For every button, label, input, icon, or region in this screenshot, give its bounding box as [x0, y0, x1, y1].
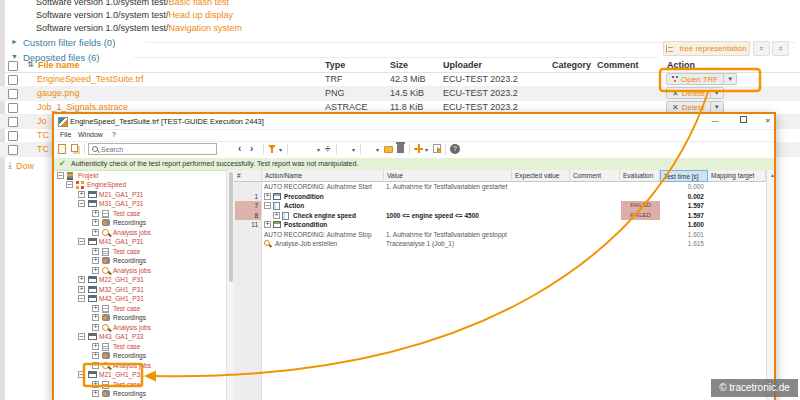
- select-all-checkbox[interactable]: [8, 61, 18, 71]
- tree-expander-icon[interactable]: +: [92, 257, 99, 264]
- file-link[interactable]: Job_1_Signals.astrace: [37, 102, 128, 112]
- tree-item-m43-ga1-p33[interactable]: –M43_GA1_P33: [54, 332, 224, 342]
- row-checkbox[interactable]: [8, 117, 18, 127]
- tree-scrollbar-thumb[interactable]: [229, 172, 233, 282]
- file-link[interactable]: Jo: [37, 116, 47, 126]
- report-row[interactable]: Analyse-Job erstellenTraceanalyse 1 (Job…: [234, 239, 766, 249]
- move-icon[interactable]: [414, 144, 423, 153]
- file-row[interactable]: gauge.pngPNG14.5 KiBECU-TEST 2023.2✕Dele…: [0, 86, 800, 101]
- tree-item-recordings[interactable]: +Recordings: [54, 256, 224, 266]
- report-row[interactable]: AUTO RECORDING: Aufnahme Start1. Aufnahm…: [234, 182, 766, 192]
- dropdown-caret-icon[interactable]: ▾: [317, 146, 320, 153]
- tree-expander-icon[interactable]: +: [92, 229, 99, 236]
- tree-item-m31-ga1-p31[interactable]: –M31_GA1_P31: [54, 199, 224, 209]
- row-checkbox[interactable]: [8, 103, 18, 113]
- copy-icon[interactable]: [71, 144, 78, 152]
- tree-expander-icon[interactable]: +: [92, 324, 99, 331]
- tree-expander-icon[interactable]: +: [92, 305, 99, 312]
- open-trf-button[interactable]: Open TRF: [666, 73, 724, 85]
- tree-item-test-case[interactable]: +Test case: [54, 342, 224, 352]
- row-checkbox[interactable]: [8, 131, 18, 141]
- row-expander-icon[interactable]: +: [264, 221, 271, 228]
- tree-item-m32-gh1-p31[interactable]: +M32_GH1_P31: [54, 285, 224, 295]
- dropdown-caret-icon[interactable]: ▾: [279, 146, 282, 153]
- tree-expander-icon[interactable]: +: [92, 314, 99, 321]
- test-case-link[interactable]: Head up display: [169, 10, 234, 20]
- folder-icon[interactable]: [384, 146, 393, 153]
- tree-expander-icon[interactable]: –: [57, 172, 64, 179]
- tree-item-m42-gh1-p31[interactable]: –M42_GH1_P31: [54, 294, 224, 304]
- file-link[interactable]: TC: [37, 144, 49, 154]
- tree-item-m21-gh1-p31[interactable]: –M21_GH1_P31: [54, 370, 224, 380]
- tree-expander-icon[interactable]: +: [92, 362, 99, 369]
- tree-item-test-case[interactable]: +Test case: [54, 304, 224, 314]
- tree-representation-button[interactable]: tree representation: [663, 41, 750, 56]
- tree-expander-icon[interactable]: +: [78, 191, 85, 198]
- file-link[interactable]: TC: [37, 130, 49, 140]
- column-header-file-name[interactable]: File name: [38, 58, 80, 72]
- tree-item-analysis-jobs[interactable]: +Analysis jobs: [54, 323, 224, 333]
- test-case-link[interactable]: Basic flash test: [169, 0, 230, 7]
- menu-window[interactable]: Window: [78, 129, 103, 141]
- report-row[interactable]: 1+Precondition0.002: [234, 192, 766, 202]
- tree-item-m41-ga1-p31[interactable]: –M41_GA1_P31: [54, 237, 224, 247]
- tree-expander-icon[interactable]: +: [92, 210, 99, 217]
- tree-expander-icon[interactable]: +: [78, 286, 85, 293]
- report-column-header-action-name[interactable]: Action/Name: [262, 170, 384, 182]
- tree-item-m22-gh1-p31[interactable]: +M22_GH1_P31: [54, 275, 224, 285]
- tree-item-analysis-jobs[interactable]: +Analysis jobs: [54, 361, 224, 371]
- file-link[interactable]: EngineSpeed_TestSuite.trf: [37, 74, 144, 84]
- row-checkbox[interactable]: [8, 75, 18, 85]
- report-column-header-comment[interactable]: Comment: [570, 170, 620, 182]
- report-column-header-evaluation[interactable]: Evaluation: [620, 170, 660, 182]
- tree-item-recordings[interactable]: +Recordings: [54, 351, 224, 361]
- nav-forward-icon[interactable]: ›: [250, 143, 253, 155]
- dropdown-caret-icon[interactable]: ▾: [352, 146, 355, 153]
- export-icon[interactable]: [433, 144, 441, 153]
- tree-item-m21-ga1-p31[interactable]: +M21_GA1_P31: [54, 190, 224, 200]
- file-row[interactable]: EngineSpeed_TestSuite.trfTRF42.3 MiBECU-…: [0, 72, 800, 87]
- custom-filter-section-toggle[interactable]: ► Custom filter fields (0): [11, 36, 115, 48]
- minimize-button[interactable]: —: [707, 115, 723, 127]
- action-dropdown-toggle[interactable]: ▼: [711, 87, 724, 99]
- expand-all-button[interactable]: »: [772, 41, 789, 56]
- tree-item-recordings[interactable]: +Recordings: [54, 313, 224, 323]
- row-checkbox[interactable]: [8, 89, 18, 99]
- window-titlebar[interactable]: EngineSpeed_TestSuite.trf [TEST-GUIDE Ex…: [54, 114, 774, 130]
- tree-expander-icon[interactable]: +: [92, 267, 99, 274]
- tree-item-analysis-jobs[interactable]: +Analysis jobs: [54, 266, 224, 276]
- report-scrollbar[interactable]: ▲: [766, 170, 774, 400]
- file-link[interactable]: gauge.png: [37, 88, 80, 98]
- row-expander-icon[interactable]: +: [264, 193, 271, 200]
- menu-help[interactable]: ?: [112, 129, 116, 141]
- tree-expander-icon[interactable]: –: [78, 238, 85, 245]
- trash-icon[interactable]: [397, 144, 404, 153]
- search-input[interactable]: [101, 146, 213, 153]
- tree-expander-icon[interactable]: –: [66, 181, 73, 188]
- help-icon[interactable]: ?: [450, 144, 460, 154]
- report-column-header-value[interactable]: Value: [384, 170, 512, 182]
- menu-file[interactable]: File: [60, 129, 71, 141]
- sort-icon[interactable]: ⇅: [27, 58, 34, 72]
- tree-expander-icon[interactable]: +: [92, 343, 99, 350]
- report-row[interactable]: 7–ActionFAILED1.597: [234, 201, 766, 211]
- tree-expander-icon[interactable]: –: [78, 333, 85, 340]
- row-checkbox[interactable]: [8, 145, 18, 155]
- tree-expander-icon[interactable]: +: [92, 248, 99, 255]
- split-view-icon[interactable]: ÷: [325, 143, 331, 155]
- report-column-header--[interactable]: #: [234, 170, 262, 182]
- delete-button[interactable]: ✕Delete: [666, 87, 711, 99]
- report-row[interactable]: AUTO RECORDING: Aufnahme Stop1. Aufnahme…: [234, 230, 766, 240]
- tree-item-test-case[interactable]: +Test case: [54, 380, 224, 390]
- tree-expander-icon[interactable]: –: [78, 371, 85, 378]
- tree-item-test-case[interactable]: +Test case: [54, 247, 224, 257]
- tree-expander-icon[interactable]: –: [78, 200, 85, 207]
- row-expander-icon[interactable]: +: [273, 212, 280, 219]
- tree-expander-icon[interactable]: –: [78, 295, 85, 302]
- row-expander-icon[interactable]: –: [264, 202, 271, 209]
- tree-expander-icon[interactable]: +: [92, 390, 99, 397]
- tree-item-test-case[interactable]: +Test case: [54, 209, 224, 219]
- report-row[interactable]: 8+Check engine speed1000 <= engine speed…: [234, 211, 766, 221]
- report-column-header-test-time-s-[interactable]: Test time [s]: [660, 170, 708, 182]
- tree-expander-icon[interactable]: +: [92, 219, 99, 226]
